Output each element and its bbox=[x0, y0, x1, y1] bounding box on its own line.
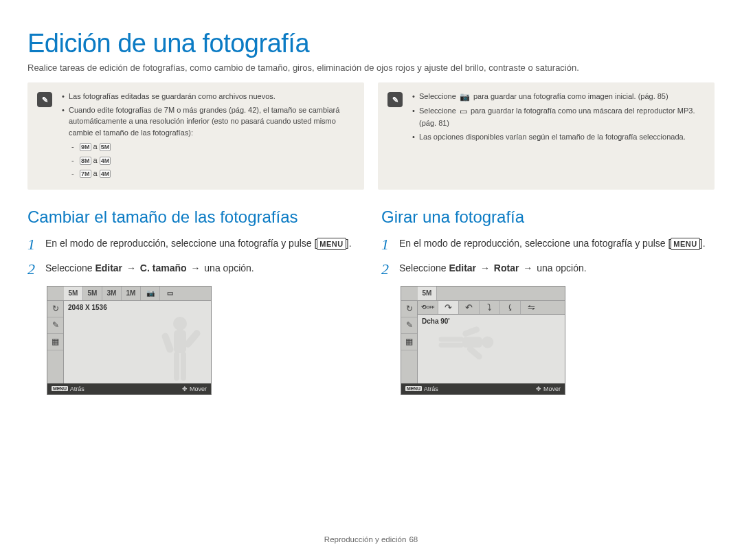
nav-cross-icon: ✥ bbox=[182, 385, 188, 392]
grid-icon[interactable]: ▦ bbox=[401, 334, 417, 350]
resolution-label: 2048 X 1536 bbox=[68, 304, 207, 311]
edit-icon[interactable]: ✎ bbox=[47, 317, 63, 334]
notebox-left: ✎ Las fotografías editadas se guardarán … bbox=[27, 82, 364, 190]
step-number: 1 bbox=[381, 236, 392, 253]
horizontal-icon[interactable]: ⤹ bbox=[500, 301, 521, 314]
section-heading-rotate: Girar una fotografía bbox=[381, 208, 715, 227]
move-label: Mover bbox=[190, 385, 207, 392]
nav-cross-icon: ✥ bbox=[536, 385, 541, 392]
menu-key: MENU bbox=[671, 238, 699, 251]
size-chip: 4M bbox=[100, 157, 111, 165]
back-label: Atrás bbox=[70, 385, 85, 392]
edit-icon[interactable]: ✎ bbox=[401, 317, 417, 334]
step-number: 2 bbox=[27, 261, 38, 278]
step-number: 2 bbox=[381, 261, 392, 278]
note-icon: ✎ bbox=[37, 92, 52, 107]
size-chip: 9M bbox=[80, 143, 91, 151]
step-text: Seleccione Editar → Rotar → una opción. bbox=[399, 261, 587, 276]
mp3-skin-icon[interactable]: ▭ bbox=[160, 287, 179, 300]
mp3-skin-icon: ▭ bbox=[460, 105, 467, 117]
size-chip: 8M bbox=[80, 157, 91, 165]
size-row: 9M a 5M bbox=[69, 141, 355, 153]
rotate-icon[interactable]: ↻ bbox=[47, 301, 63, 317]
camera-boot-icon: 📷 bbox=[460, 91, 470, 103]
vertical-icon[interactable]: ⇋ bbox=[521, 301, 541, 314]
note-item: Seleccione ▭ para guardar la fotografía … bbox=[412, 105, 705, 129]
note-item: Seleccione 📷 para guardar una fotografía… bbox=[412, 91, 705, 103]
note-item: Las opciones disponibles varían según el… bbox=[412, 131, 705, 143]
note-item: Las fotografías editadas se guardarán co… bbox=[62, 91, 355, 102]
section-heading-resize: Cambiar el tamaño de las fotografías bbox=[27, 208, 361, 227]
left-90-icon[interactable]: ↶ bbox=[459, 301, 480, 314]
svg-rect-10 bbox=[439, 337, 464, 341]
right-90-icon[interactable]: ↷ bbox=[438, 301, 459, 314]
silhouette-icon bbox=[436, 322, 495, 363]
svg-rect-1 bbox=[174, 330, 186, 353]
size-tab[interactable]: 5M bbox=[418, 287, 437, 300]
size-chip: 4M bbox=[100, 170, 111, 178]
camera-screen-resize: 5M 5M 3M 1M 📷 ▭ ↻ ✎ ▦ 2048 X 1536 bbox=[47, 286, 212, 395]
step-text: Seleccione Editar → C. tamaño → una opci… bbox=[45, 261, 254, 276]
size-row: 8M a 4M bbox=[69, 155, 355, 166]
svg-rect-4 bbox=[174, 352, 179, 381]
note-icon: ✎ bbox=[387, 92, 403, 107]
right-180-icon[interactable]: ⤵ bbox=[480, 301, 500, 314]
silhouette-icon bbox=[156, 315, 204, 383]
step-text: En el modo de reproducción, seleccione u… bbox=[45, 236, 352, 251]
page-title: Edición de una fotografía bbox=[27, 29, 715, 58]
notebox-right: ✎ Seleccione 📷 para guardar una fotograf… bbox=[378, 82, 715, 190]
svg-point-0 bbox=[173, 317, 187, 331]
svg-rect-8 bbox=[462, 326, 480, 337]
back-label: Atrás bbox=[424, 385, 438, 392]
svg-rect-11 bbox=[439, 343, 464, 348]
size-row: 7M a 4M bbox=[69, 168, 355, 179]
size-tab[interactable]: 5M bbox=[64, 287, 83, 300]
rotate-icon[interactable]: ↻ bbox=[401, 301, 417, 317]
note-item: Cuando edite fotografías de 7M o más gra… bbox=[62, 104, 355, 179]
menu-key: MENU bbox=[317, 238, 346, 251]
size-tab[interactable]: 3M bbox=[102, 287, 122, 300]
step-text: En el modo de reproducción, seleccione u… bbox=[399, 236, 706, 251]
move-label: Mover bbox=[543, 385, 561, 392]
svg-rect-5 bbox=[181, 352, 186, 381]
page-footer: Reproducción y edición68 bbox=[0, 535, 742, 544]
menu-chip-icon: MENU bbox=[52, 386, 68, 391]
size-tab[interactable]: 5M bbox=[83, 287, 102, 300]
page-intro: Realice tareas de edición de fotografías… bbox=[27, 63, 715, 73]
size-chip: 5M bbox=[100, 143, 111, 151]
menu-chip-icon: MENU bbox=[405, 386, 422, 391]
svg-rect-2 bbox=[161, 332, 175, 354]
svg-point-6 bbox=[482, 336, 493, 348]
camera-boot-icon[interactable]: 📷 bbox=[141, 287, 160, 300]
grid-icon[interactable]: ▦ bbox=[47, 334, 63, 350]
size-tab[interactable]: 1M bbox=[122, 287, 141, 300]
svg-rect-7 bbox=[462, 337, 482, 347]
size-chip: 7M bbox=[80, 170, 91, 178]
step-number: 1 bbox=[27, 236, 38, 253]
off-icon[interactable]: ⟲OFF bbox=[418, 301, 438, 314]
camera-screen-rotate: 5M ↻ ✎ ▦ ⟲OFF ↷ ↶ ⤵ bbox=[401, 286, 565, 395]
